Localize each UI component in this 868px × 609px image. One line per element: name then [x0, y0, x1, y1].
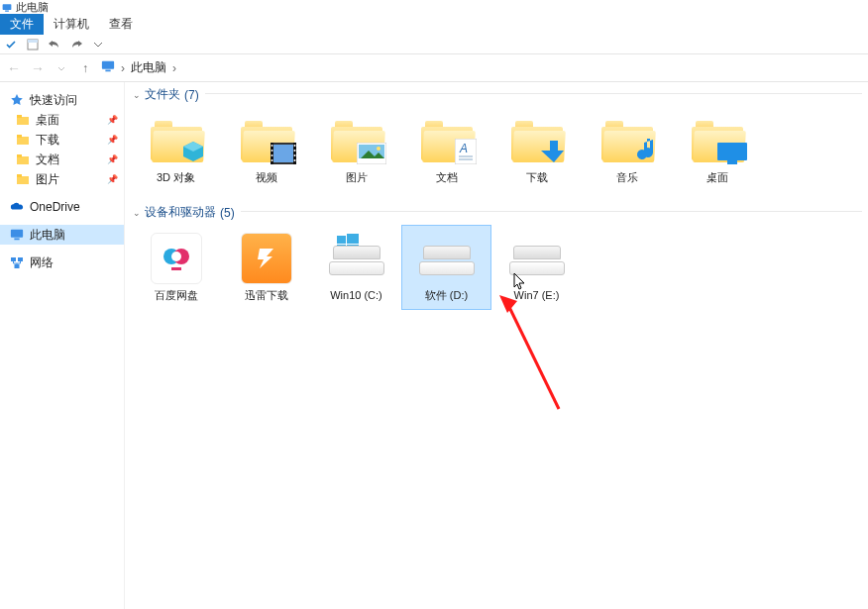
sidebar-item-label: 文档 [36, 152, 59, 168]
folder-pictures[interactable]: 图片 [311, 107, 401, 192]
folder-icon [16, 133, 30, 147]
section-title: 文件夹 [145, 86, 180, 103]
item-label: 下载 [526, 171, 548, 184]
folder-desktop[interactable]: 桌面 [672, 107, 762, 192]
nav-back-icon[interactable]: ← [6, 60, 22, 76]
breadcrumb[interactable]: › 此电脑 › [101, 59, 862, 76]
svg-rect-8 [17, 137, 29, 145]
svg-rect-10 [17, 156, 29, 164]
svg-rect-7 [17, 115, 22, 118]
svg-point-30 [293, 150, 295, 152]
svg-rect-1 [5, 11, 9, 12]
section-divider [205, 93, 862, 94]
svg-rect-46 [171, 267, 181, 270]
svg-rect-13 [17, 174, 22, 177]
chevron-down-icon: ⌄ [133, 90, 141, 100]
folder-videos[interactable]: 视频 [221, 107, 311, 192]
svg-text:A: A [459, 142, 468, 155]
quick-access-toolbar [0, 35, 868, 54]
item-label: 桌面 [706, 171, 728, 184]
sidebar-item-pictures[interactable]: 图片 📌 [0, 169, 124, 189]
folder-documents-icon: A [415, 112, 479, 169]
svg-point-29 [293, 145, 295, 147]
item-label: 迅雷下载 [245, 289, 288, 302]
drive-d[interactable]: 软件 (D:) [401, 225, 491, 310]
qat-dropdown-icon[interactable] [91, 38, 105, 51]
svg-rect-12 [17, 176, 29, 184]
sidebar-thispc[interactable]: 此电脑 [0, 225, 124, 245]
svg-rect-42 [727, 160, 737, 164]
thispc-icon [10, 228, 24, 242]
chevron-down-icon: ⌄ [133, 208, 141, 218]
svg-rect-48 [347, 234, 359, 244]
folder-music[interactable]: 音乐 [582, 107, 672, 192]
tab-computer[interactable]: 计算机 [44, 14, 99, 35]
devices-grid: 百度网盘 迅雷下载 Win10 (C:) [125, 223, 868, 318]
pin-icon: 📌 [107, 135, 118, 145]
section-count: (5) [220, 206, 235, 220]
item-label: 百度网盘 [155, 289, 198, 302]
folder-downloads[interactable]: 下载 [491, 107, 582, 192]
sidebar-item-downloads[interactable]: 下载 📌 [0, 130, 124, 150]
properties-icon[interactable] [26, 38, 40, 51]
svg-rect-15 [14, 239, 19, 241]
folder-desktop-icon [686, 112, 749, 169]
item-label: 音乐 [616, 171, 638, 184]
svg-point-27 [271, 154, 272, 156]
svg-rect-9 [17, 135, 22, 138]
svg-point-28 [271, 159, 272, 161]
star-icon [10, 93, 24, 107]
tab-file[interactable]: 文件 [0, 14, 44, 35]
folder-pictures-icon [325, 112, 388, 169]
tab-view[interactable]: 查看 [99, 14, 143, 35]
drive-c[interactable]: Win10 (C:) [311, 225, 401, 310]
svg-rect-18 [15, 264, 20, 268]
sidebar-item-label: OneDrive [30, 200, 80, 214]
breadcrumb-location[interactable]: 此电脑 [131, 59, 166, 76]
nav-forward-icon[interactable]: → [30, 60, 46, 76]
svg-rect-41 [717, 143, 747, 160]
device-xunlei[interactable]: 迅雷下载 [221, 225, 311, 310]
folder-videos-icon [235, 112, 298, 169]
sidebar-item-label: 桌面 [36, 112, 59, 129]
sidebar-item-label: 快速访问 [30, 92, 77, 109]
sidebar-item-documents[interactable]: 文档 📌 [0, 150, 124, 169]
pin-icon: 📌 [107, 115, 118, 125]
sidebar-onedrive[interactable]: OneDrive [0, 197, 124, 217]
folder-3d-icon [145, 112, 208, 169]
navigation-bar: ← → ↑ › 此电脑 › [0, 54, 868, 82]
svg-point-45 [171, 252, 181, 261]
nav-up-icon[interactable]: ↑ [77, 61, 93, 75]
checkmark-icon[interactable] [4, 38, 18, 51]
device-baidu-netdisk[interactable]: 百度网盘 [131, 225, 221, 310]
nav-recent-dropdown-icon[interactable] [54, 60, 69, 76]
sidebar-network[interactable]: 网络 [0, 253, 124, 272]
svg-rect-3 [28, 40, 38, 43]
folder-music-icon [596, 112, 659, 169]
sidebar-item-label: 此电脑 [30, 227, 65, 244]
sidebar-quick-access[interactable]: 快速访问 [0, 90, 124, 110]
pin-icon: 📌 [107, 174, 118, 184]
svg-rect-22 [272, 145, 294, 162]
folder-3d-objects[interactable]: 3D 对象 [131, 107, 221, 192]
item-label: 文档 [436, 171, 458, 184]
cloud-icon [10, 200, 24, 214]
sidebar-item-desktop[interactable]: 桌面 📌 [0, 110, 124, 130]
section-title: 设备和驱动器 [145, 204, 216, 221]
section-header-devices[interactable]: ⌄ 设备和驱动器 (5) [125, 200, 235, 223]
section-header-folders[interactable]: ⌄ 文件夹 (7) [125, 82, 199, 105]
item-label: 软件 (D:) [425, 289, 468, 302]
redo-icon[interactable] [69, 38, 83, 51]
svg-point-36 [377, 147, 380, 151]
xunlei-icon [235, 230, 298, 287]
drive-e-icon [505, 230, 569, 287]
drive-d-icon [415, 230, 479, 287]
svg-point-32 [293, 159, 295, 161]
undo-icon[interactable] [48, 38, 61, 51]
item-label: Win7 (E:) [514, 289, 560, 302]
drive-e[interactable]: Win7 (E:) [491, 225, 582, 310]
item-label: 3D 对象 [157, 171, 195, 184]
folder-documents[interactable]: A 文档 [401, 107, 491, 192]
svg-rect-0 [3, 4, 12, 10]
thispc-icon [2, 2, 12, 12]
